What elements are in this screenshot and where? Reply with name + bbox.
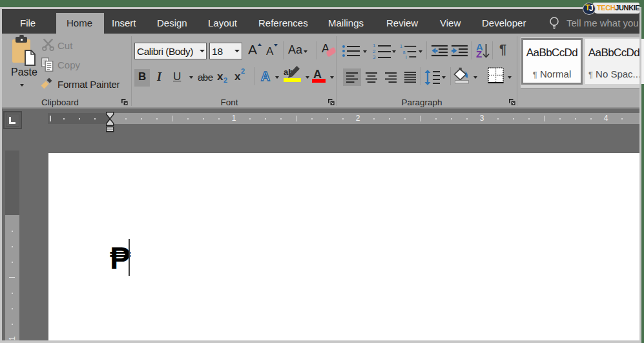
svg-text:1: 1	[400, 44, 402, 50]
svg-text:A: A	[261, 69, 270, 84]
svg-text:2: 2	[373, 48, 376, 54]
svg-text:i: i	[406, 54, 407, 59]
svg-text:3: 3	[373, 54, 376, 59]
svg-text:1: 1	[373, 43, 376, 48]
svg-text:a: a	[403, 49, 406, 55]
